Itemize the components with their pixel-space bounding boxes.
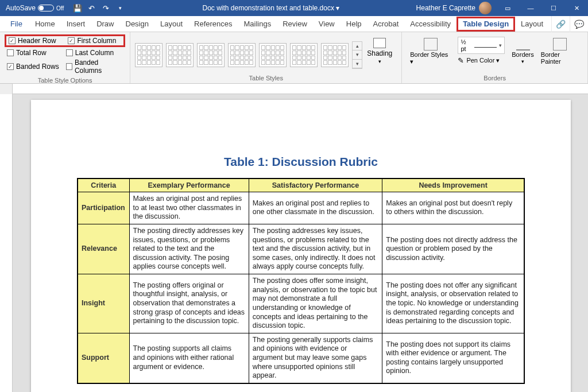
- chevron-down-icon: ▾: [521, 59, 524, 64]
- ribbon: ✓Header Row ✓First Column Total Row Last…: [0, 32, 588, 84]
- close-button[interactable]: ✕: [565, 0, 588, 16]
- check-last-column[interactable]: Last Column: [66, 49, 123, 57]
- rubric-table[interactable]: Criteria Exemplary Performance Satisfact…: [77, 178, 525, 384]
- table-style-thumb[interactable]: [259, 43, 287, 67]
- tab-home[interactable]: Home: [29, 16, 61, 32]
- border-styles-button[interactable]: Border Styles ▾: [407, 34, 454, 72]
- redo-icon[interactable]: ↷: [102, 4, 110, 13]
- table-cell[interactable]: Makes an original post but doesn't reply…: [382, 192, 524, 224]
- undo-icon[interactable]: ↶: [87, 4, 96, 13]
- maximize-button[interactable]: ☐: [542, 0, 565, 16]
- scroll-up-icon[interactable]: ▴: [353, 42, 362, 51]
- tab-file[interactable]: File: [3, 16, 29, 32]
- table-cell[interactable]: The posting does offer some insight, ana…: [249, 274, 382, 333]
- pen-icon: ✎: [458, 56, 464, 65]
- criteria-cell[interactable]: Insight: [78, 274, 129, 333]
- border-painter-icon: [553, 38, 567, 51]
- ribbon-options-icon[interactable]: ▭: [496, 0, 519, 16]
- shading-icon: [373, 38, 386, 48]
- pen-line-preview: [474, 43, 497, 48]
- tab-mailings[interactable]: Mailings: [238, 16, 277, 32]
- table-cell[interactable]: The posting generally supports claims an…: [249, 333, 382, 383]
- tab-draw[interactable]: Draw: [91, 16, 119, 32]
- header-cell[interactable]: Satisfactory Performance: [249, 178, 382, 192]
- check-banded-columns[interactable]: Banded Columns: [66, 59, 123, 75]
- table-row: Support The posting supports all claims …: [78, 333, 524, 383]
- tab-acrobat[interactable]: Acrobat: [368, 16, 405, 32]
- share-button[interactable]: 🔗: [551, 16, 570, 32]
- ribbon-tabs: File Home Insert Draw Design Layout Refe…: [0, 16, 588, 32]
- check-total-row[interactable]: Total Row: [7, 49, 59, 57]
- table-cell[interactable]: Makes an original post and replies to on…: [249, 192, 382, 224]
- table-style-thumb[interactable]: [166, 43, 194, 67]
- tab-layout2[interactable]: Layout: [515, 16, 549, 32]
- criteria-cell[interactable]: Support: [78, 333, 129, 383]
- table-style-thumb[interactable]: [135, 43, 163, 67]
- autosave-toggle[interactable]: AutoSave Off: [0, 4, 67, 12]
- tab-layout[interactable]: Layout: [154, 16, 188, 32]
- criteria-cell[interactable]: Participation: [78, 192, 129, 224]
- table-styles-gallery[interactable]: ▴▾▾: [135, 34, 362, 72]
- tab-accessibility[interactable]: Accessibility: [404, 16, 457, 32]
- borders-icon: [516, 38, 530, 51]
- table-style-thumb[interactable]: [228, 43, 256, 67]
- toggle-icon: [38, 5, 54, 11]
- document-title[interactable]: Doc with demonstration text and table.do…: [130, 4, 411, 12]
- minimize-button[interactable]: —: [519, 0, 542, 16]
- table-header-row: Criteria Exemplary Performance Satisfact…: [78, 178, 524, 192]
- tab-table-design[interactable]: Table Design: [457, 17, 515, 32]
- table-row: Relevance The posting directly addresses…: [78, 224, 524, 274]
- tab-design[interactable]: Design: [120, 16, 154, 32]
- titlebar: AutoSave Off 💾 ↶ ↷ ▾ Doc with demonstrat…: [0, 0, 588, 16]
- user-account[interactable]: Heather E Caprette: [412, 2, 496, 14]
- header-cell[interactable]: Criteria: [78, 178, 129, 192]
- vertical-ruler[interactable]: [0, 94, 13, 392]
- qat-more-icon[interactable]: ▾: [116, 4, 125, 13]
- table-style-thumb[interactable]: [321, 43, 349, 67]
- check-first-column[interactable]: ✓First Column: [68, 37, 121, 45]
- table-cell[interactable]: The posting does not support its claims …: [382, 333, 524, 383]
- table-cell[interactable]: The posting offers original or thoughtfu…: [129, 274, 249, 333]
- table-styles-scroll[interactable]: ▴▾▾: [352, 41, 362, 69]
- tab-help[interactable]: Help: [341, 16, 368, 32]
- border-painter-button[interactable]: Border Painter: [537, 34, 583, 72]
- table-cell[interactable]: The posting does not offer any significa…: [382, 274, 524, 333]
- header-cell[interactable]: Exemplary Performance: [129, 178, 249, 192]
- save-icon[interactable]: 💾: [73, 4, 82, 13]
- table-style-thumb[interactable]: [197, 43, 225, 67]
- document-viewport[interactable]: Table 1: Discussion Rubric Criteria Exem…: [13, 94, 588, 392]
- pen-color-button[interactable]: ✎ Pen Color ▾: [458, 56, 505, 65]
- criteria-cell[interactable]: Relevance: [78, 224, 129, 274]
- chevron-down-icon: ▾: [499, 42, 502, 48]
- table-cell[interactable]: The posting supports all claims and opin…: [129, 333, 249, 383]
- group-borders: Border Styles ▾ ½ pt ▾ ✎ Pen Color ▾ Bor…: [402, 32, 588, 83]
- tab-insert[interactable]: Insert: [61, 16, 91, 32]
- horizontal-ruler[interactable]: [0, 84, 588, 94]
- border-styles-icon: [424, 38, 438, 51]
- group-label-borders: Borders: [402, 73, 587, 83]
- avatar: [479, 2, 492, 14]
- autosave-state: Off: [56, 5, 64, 11]
- tab-review[interactable]: Review: [277, 16, 313, 32]
- table-style-thumb[interactable]: [290, 43, 318, 67]
- check-header-row[interactable]: ✓Header Row: [9, 37, 61, 45]
- group-table-styles: ▴▾▾ Shading ▾ Table Styles: [130, 32, 402, 83]
- tab-view[interactable]: View: [313, 16, 341, 32]
- comments-button[interactable]: 💬: [570, 16, 588, 32]
- table-cell[interactable]: The posting does not directly address th…: [382, 224, 524, 274]
- chevron-down-icon: ▾: [378, 59, 381, 64]
- check-banded-rows[interactable]: ✓Banded Rows: [7, 59, 59, 75]
- table-cell[interactable]: The posting directly addresses key issue…: [129, 224, 249, 274]
- table-cell[interactable]: Makes an original post and replies to at…: [129, 192, 249, 224]
- borders-button[interactable]: Borders ▾: [508, 34, 537, 72]
- table-cell[interactable]: The posting addresses key issues, questi…: [249, 224, 382, 274]
- more-styles-icon[interactable]: ▾: [353, 60, 362, 68]
- shading-button[interactable]: Shading ▾: [362, 34, 397, 72]
- scroll-down-icon[interactable]: ▾: [353, 51, 362, 59]
- pen-weight-select[interactable]: ½ pt ▾: [458, 37, 505, 54]
- header-cell[interactable]: Needs Improvement: [382, 178, 524, 192]
- table-row: Participation Makes an original post and…: [78, 192, 524, 224]
- tab-references[interactable]: References: [188, 16, 238, 32]
- page-title: Table 1: Discussion Rubric: [77, 155, 525, 169]
- user-name-label: Heather E Caprette: [416, 4, 475, 12]
